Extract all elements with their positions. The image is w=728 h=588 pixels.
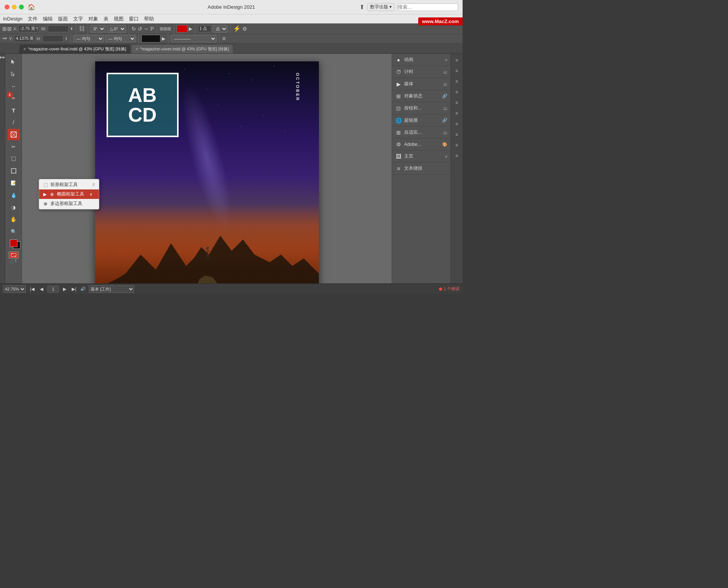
spacing2-select[interactable]: — 均匀: [105, 35, 136, 42]
rect-tool-button[interactable]: [8, 165, 20, 177]
x-input[interactable]: [19, 25, 39, 32]
far-right-btn9[interactable]: ≡: [452, 140, 462, 150]
note-tool-button[interactable]: 📝: [8, 177, 20, 189]
preview-view-icon[interactable]: T: [14, 259, 17, 263]
eyedropper-tool-button[interactable]: 💧: [8, 189, 20, 201]
share-button[interactable]: ⬆: [359, 3, 364, 11]
tab-magazine[interactable]: ✕ *magazine-cover.indd @ 43% [GPU 预览] [转…: [131, 44, 233, 53]
settings-icon[interactable]: ⚙: [242, 26, 247, 32]
menu-window[interactable]: 窗口: [129, 16, 139, 22]
panel-hyperlinks[interactable]: 🌐 超链接 🔗: [392, 114, 450, 127]
stroke-color-control[interactable]: [10, 239, 17, 247]
panel-adobe[interactable]: ⚙ Adobe... 🎨: [392, 139, 450, 150]
flip-h-icon[interactable]: ↔: [144, 26, 149, 32]
w-input[interactable]: [48, 25, 69, 32]
frame-tool-button[interactable]: [8, 129, 20, 140]
menu-edit[interactable]: 编辑: [43, 16, 53, 22]
h-input[interactable]: [42, 35, 63, 42]
menu-icon[interactable]: ≡: [222, 35, 226, 42]
popup-rect-frame-item[interactable]: ⬚ 矩形框架工具 F: [39, 180, 99, 189]
text-frame-icon[interactable]: P: [151, 26, 154, 32]
far-right-btn5[interactable]: ≡: [452, 98, 462, 108]
num-pub-dropdown[interactable]: 数字出版 ▾: [367, 3, 394, 11]
popup-ellipse-frame-item[interactable]: ▶ ⊗ 椭圆框架工具 2: [39, 189, 99, 199]
menu-object[interactable]: 对象: [88, 16, 98, 22]
tab-close-final[interactable]: ✕: [23, 47, 26, 51]
panel-homepage[interactable]: 🖼 主页 ≡: [392, 150, 450, 163]
free-transform-tool-button[interactable]: [8, 153, 20, 164]
fill-mode-button[interactable]: [9, 252, 19, 258]
search-input[interactable]: [397, 3, 458, 11]
tab-magazine-final[interactable]: ✕ *magazine-cover-final.indd @ 43% [GPU …: [19, 44, 130, 53]
stroke-style-select[interactable]: ————: [171, 35, 217, 42]
far-right-btn7[interactable]: ≡: [452, 119, 462, 129]
far-right-btn4[interactable]: ≡: [452, 87, 462, 97]
next-page-button[interactable]: ▶: [62, 286, 67, 292]
minimize-button[interactable]: [12, 5, 17, 9]
fill-arrow[interactable]: ▶: [162, 36, 165, 41]
gap-tool-button[interactable]: ↔: [8, 80, 20, 92]
close-button[interactable]: [5, 5, 9, 9]
menu-indesign[interactable]: InDesign: [3, 16, 22, 22]
first-page-button[interactable]: |◀: [29, 286, 36, 292]
toolbar-divider4: [157, 23, 157, 35]
maximize-button[interactable]: [19, 5, 24, 9]
fill-color-box[interactable]: [141, 35, 160, 42]
far-right-btn8[interactable]: ≡: [452, 130, 462, 139]
selection-tool-button[interactable]: [8, 56, 20, 67]
far-right-btn6[interactable]: ≡: [452, 108, 462, 118]
page-input[interactable]: [47, 286, 59, 292]
home-icon[interactable]: 🏠: [28, 3, 35, 11]
scissor-tool-button[interactable]: ✂: [8, 141, 20, 152]
direct-selection-tool-button[interactable]: [8, 68, 20, 80]
profile-select[interactable]: 基本 [工作]: [89, 285, 134, 293]
constrain-icon[interactable]: ⛓: [79, 25, 85, 32]
panel-text-wrap[interactable]: ≡ 文本绕排: [392, 163, 450, 175]
y-input[interactable]: [14, 35, 35, 42]
menu-table[interactable]: 表: [104, 16, 108, 22]
stroke-color-box[interactable]: [177, 25, 187, 33]
pen-tool-button[interactable]: ✒ 1: [8, 92, 20, 104]
up-arrow-icon[interactable]: ⬆: [70, 27, 73, 31]
spacing-select[interactable]: — 均匀: [74, 35, 104, 42]
far-right-btn3[interactable]: ≡: [452, 77, 462, 86]
down-arrow-icon[interactable]: ⬇: [65, 37, 68, 41]
type-tool-button[interactable]: T: [8, 105, 20, 116]
panel-object-states[interactable]: ⊞ 对象状态 🔗: [392, 90, 450, 102]
line-tool-button[interactable]: /: [8, 117, 20, 128]
flash-icon[interactable]: ⚡: [233, 25, 241, 32]
panel-media[interactable]: ▶ 媒体 🗂: [392, 78, 450, 90]
prev-page-button[interactable]: ◀: [39, 286, 44, 292]
rotate-select[interactable]: 0°: [91, 25, 105, 33]
hand-tool-button[interactable]: ✋: [8, 214, 20, 225]
panel-animation[interactable]: ● 动画 ≡: [392, 54, 450, 66]
last-page-button[interactable]: ▶|: [71, 286, 77, 292]
popup-poly-frame-item[interactable]: ⊗ 多边形框架工具: [39, 199, 99, 208]
menu-view[interactable]: 视图: [114, 16, 124, 22]
zoom-select[interactable]: 42.75%: [3, 285, 26, 293]
menu-text[interactable]: 文字: [73, 16, 83, 22]
far-right-btn1[interactable]: ≡: [452, 55, 462, 65]
panel-text-wrap-label: 文本绕排: [404, 165, 422, 172]
shear-select[interactable]: △ 0°: [107, 25, 126, 33]
stroke-unit-select[interactable]: 点: [213, 25, 228, 33]
menu-layout[interactable]: 版面: [58, 16, 68, 22]
normal-view-icon[interactable]: ⬚: [10, 259, 13, 263]
toolbar-row1: ⊞ ⊞ X: W: ⬆ ⛓ 0° △ 0° ↻ ↺ ↔ P ⊞⊞⊞ ▶ 点 ⚡ …: [0, 23, 463, 34]
left-arrow-icon[interactable]: ▶▶: [0, 55, 5, 59]
stroke-size-input[interactable]: [198, 25, 211, 32]
panel-timing[interactable]: ⏱ 计时 🗂: [392, 66, 450, 78]
canvas-area[interactable]: AB CD OCTOBER 按住「矩形框架工具」，选择「椭圆框架工具」 ⬚ 矩形…: [22, 54, 392, 283]
panel-adaptive[interactable]: ⊞ 自适应... 🗂: [392, 127, 450, 139]
tab-close-magazine[interactable]: ✕: [135, 47, 138, 51]
far-right-btn2[interactable]: ≡: [452, 66, 462, 76]
panel-buttons[interactable]: ⊡ 按钮和... 🗂: [392, 102, 450, 114]
rotate-ccw-icon[interactable]: ↺: [138, 26, 142, 32]
menu-help[interactable]: 帮助: [144, 16, 154, 22]
gradient-tool-button[interactable]: ◑: [8, 202, 20, 213]
rotate-cw-icon[interactable]: ↻: [132, 26, 136, 32]
zoom-tool-button[interactable]: 🔍: [8, 226, 20, 237]
menu-file[interactable]: 文件: [28, 16, 38, 22]
stroke-arrow[interactable]: ▶: [189, 26, 192, 31]
far-right-btn10[interactable]: ≡: [452, 151, 462, 161]
